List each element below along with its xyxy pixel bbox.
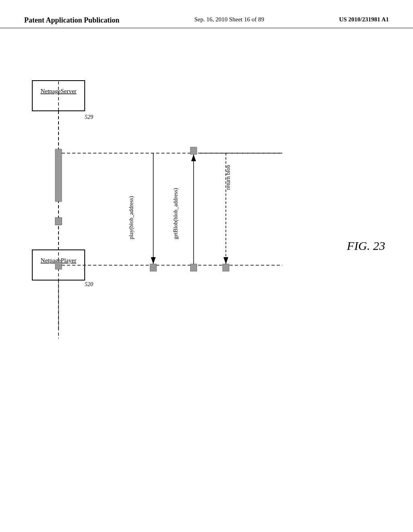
ref-529-label: 529 xyxy=(85,114,93,120)
fig-label: FIG. 23 xyxy=(346,239,385,252)
ref-520-label: 520 xyxy=(85,281,93,287)
publication-label: Patent Application Publication xyxy=(24,16,119,25)
play-label: play(blob_address) xyxy=(128,196,135,239)
activation-player-getblob xyxy=(190,264,197,271)
page-header: Patent Application Publication Sep. 16, … xyxy=(0,0,413,28)
activation-player-returnblob xyxy=(223,264,229,271)
arrow-down-play xyxy=(151,257,156,264)
arrow-up-getblob xyxy=(191,154,196,161)
activation-player-return xyxy=(55,262,62,269)
sheet-info: Sep. 16, 2010 Sheet 16 of 89 xyxy=(194,16,264,23)
diagram-svg: NetpageServer NetpagePlayer 529 520 play… xyxy=(0,48,413,492)
getblob-label: getBlob(blob_address) xyxy=(173,188,179,239)
activation-server-getblob xyxy=(190,147,197,154)
patent-number: US 2010/231981 A1 xyxy=(339,16,389,23)
activation-player-receive xyxy=(55,218,62,225)
activation-player-play xyxy=(150,264,156,271)
activation-server xyxy=(55,149,62,202)
arrow-down-return xyxy=(223,257,228,264)
svg-rect-0 xyxy=(32,81,85,111)
